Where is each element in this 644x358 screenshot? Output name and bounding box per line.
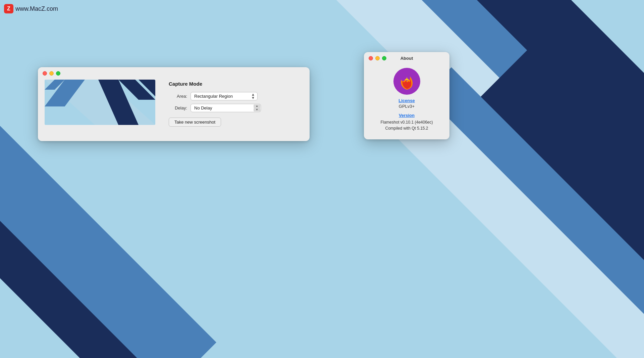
license-value: GPLv3+ <box>399 104 415 109</box>
delay-increment-button[interactable]: ▲ <box>254 104 260 108</box>
area-select[interactable]: Rectangular Region Full Screen Active Wi… <box>191 92 258 100</box>
area-label: Area: <box>169 94 187 99</box>
capture-minimize-button[interactable] <box>49 71 54 76</box>
version-label[interactable]: Version <box>399 113 415 118</box>
area-select-wrapper: Rectangular Region Full Screen Active Wi… <box>191 92 258 100</box>
delay-stepper-buttons: ▲ ▼ <box>254 104 260 111</box>
delay-label: Delay: <box>169 105 187 110</box>
about-window-body: License GPLv3+ Version Flameshot v0.10.1… <box>364 64 449 139</box>
capture-window-body: Capture Mode Area: Rectangular Region Fu… <box>38 80 310 133</box>
about-titlebar: About <box>364 52 449 64</box>
about-traffic-lights <box>369 56 386 60</box>
bg-stripe-top-right-2 <box>356 0 644 330</box>
license-label[interactable]: License <box>398 98 415 103</box>
version-value: Flameshot v0.10.1 (4e406ec) Compiled wit… <box>380 119 433 131</box>
delay-decrement-button[interactable]: ▼ <box>254 108 260 112</box>
capture-titlebar <box>38 67 310 80</box>
compiled-with: Compiled with Qt 5.15.2 <box>380 125 433 131</box>
capture-close-button[interactable] <box>43 71 47 76</box>
capture-window: Capture Mode Area: Rectangular Region Fu… <box>38 67 310 141</box>
take-screenshot-button[interactable]: Take new screenshot <box>169 118 221 127</box>
delay-stepper-wrapper: ▲ ▼ <box>191 104 261 112</box>
watermark: Z www.MacZ.com <box>4 4 58 13</box>
macz-icon: Z <box>4 4 13 13</box>
delay-input[interactable] <box>191 104 261 112</box>
bg-stripe-top-right-3 <box>326 0 644 322</box>
capture-traffic-lights <box>43 71 60 76</box>
flameshot-logo-svg <box>395 70 419 93</box>
area-row: Area: Rectangular Region Full Screen Act… <box>169 92 303 100</box>
about-title: About <box>400 56 413 61</box>
macz-url: www.MacZ.com <box>15 5 58 12</box>
delay-row: Delay: ▲ ▼ <box>169 104 303 112</box>
capture-controls: Capture Mode Area: Rectangular Region Fu… <box>169 80 303 127</box>
about-close-button[interactable] <box>369 56 373 60</box>
bg-stripe-bottom-right-1 <box>445 49 644 358</box>
app-icon <box>393 68 420 95</box>
version-number: Flameshot v0.10.1 (4e406ec) <box>380 119 433 125</box>
preview-svg <box>45 80 155 125</box>
capture-mode-title: Capture Mode <box>169 81 303 87</box>
about-minimize-button[interactable] <box>375 56 380 60</box>
capture-preview <box>45 80 155 125</box>
macz-icon-letter: Z <box>7 6 10 12</box>
about-maximize-button[interactable] <box>382 56 386 60</box>
capture-maximize-button[interactable] <box>56 71 60 76</box>
about-window: About License GPLv3+ Version Flameshot v… <box>364 52 449 139</box>
